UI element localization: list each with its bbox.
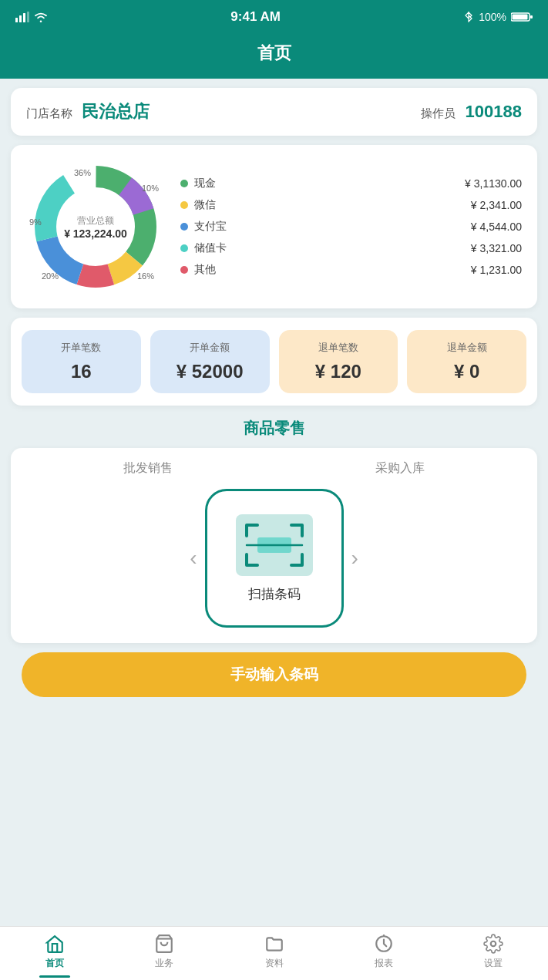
stat-refund-amount-label: 退单金额 [415,341,519,355]
tab-data-label: 资料 [265,957,284,970]
tab-bar: 首页 业务 资料 报表 设置 [0,926,548,980]
legend-item-cash: 现金 ¥ 3,1130.00 [180,177,522,190]
stat-refund-count-value: ¥ 120 [287,361,391,382]
stat-order-amount-value: ¥ 52000 [158,361,262,382]
home-icon [45,934,65,954]
settings-icon [483,934,503,954]
tab-settings-label: 设置 [484,957,503,970]
tab-report[interactable]: 报表 [329,934,439,970]
stat-order-count: 开单笔数 16 [22,330,141,393]
stat-order-amount-label: 开单金额 [158,341,262,355]
stat-refund-amount-value: ¥ 0 [415,361,519,382]
revenue-card: 36% 10% 9% 20% 16% 营业总额 ¥ 123,224.00 现金 … [11,145,537,308]
svg-rect-1 [19,15,22,22]
svg-point-20 [491,941,496,947]
legend-value-other: ¥ 1,231.00 [471,264,522,276]
scan-barcode-button[interactable]: 扫描条码 [205,489,344,628]
legend-dot-cash [180,180,188,187]
legend-dot-other [180,266,188,274]
function-tabs: 批发销售 采购入库 [22,460,526,477]
stats-card: 开单笔数 16 开单金额 ¥ 52000 退单笔数 ¥ 120 退单金额 ¥ 0 [11,318,537,406]
legend-dot-alipay [180,223,188,231]
tab-business-label: 业务 [155,957,173,970]
svg-rect-3 [27,12,29,22]
status-time: 9:41 AM [230,9,281,25]
function-section: 批发销售 采购入库 ‹ [11,448,537,643]
status-signals [15,12,48,22]
stat-refund-amount: 退单金额 ¥ 0 [407,330,526,393]
pct-20: 20% [42,271,59,281]
tab-settings[interactable]: 设置 [439,934,548,970]
legend-value-cash: ¥ 3,1130.00 [465,177,522,190]
revenue-legend: 现金 ¥ 3,1130.00 微信 ¥ 2,341.00 支付宝 ¥ 4,544… [180,177,522,277]
donut-chart: 36% 10% 9% 20% 16% 营业总额 ¥ 123,224.00 [26,157,165,296]
legend-name-other: 其他 [194,263,230,277]
pct-36: 36% [74,168,91,177]
function-carousel: ‹ 扫描 [22,489,526,628]
pct-10: 10% [142,184,159,193]
report-icon [374,934,394,954]
battery-percent: 100% [479,11,506,23]
legend-item-wechat: 微信 ¥ 2,341.00 [180,198,522,212]
pct-9: 9% [29,217,42,227]
svg-rect-0 [15,18,18,22]
legend-dot-card [180,244,188,252]
status-bar: 9:41 AM 100% [0,0,548,34]
legend-name-cash: 现金 [194,177,230,190]
tab-data[interactable]: 资料 [219,934,328,970]
legend-name-card: 储值卡 [194,241,230,255]
tab-home-label: 首页 [45,957,64,970]
legend-dot-wechat [180,201,188,209]
battery-icon [511,12,533,22]
svg-rect-6 [513,15,528,20]
legend-value-card: ¥ 3,321.00 [471,242,522,254]
bluetooth-icon [463,12,474,22]
scan-label: 扫描条码 [248,585,301,603]
page-title: 首页 [0,42,548,65]
donut-center-label: 营业总额 [64,214,127,227]
svg-rect-2 [23,13,25,22]
carousel-prev-arrow[interactable]: ‹ [182,546,204,571]
operator-id: 100188 [466,102,522,121]
cart-icon [154,934,174,954]
legend-item-alipay: 支付宝 ¥ 4,544.00 [180,220,522,234]
tab-wholesale[interactable]: 批发销售 [123,460,173,477]
scan-icon [236,514,313,576]
store-name: 民治总店 [82,102,150,121]
legend-item-other: 其他 ¥ 1,231.00 [180,263,522,277]
signal-icon [15,12,29,22]
svg-rect-5 [530,15,533,19]
folder-icon [264,934,284,954]
tab-home[interactable]: 首页 [0,934,109,970]
store-info-card: 门店名称 民治总店 操作员 100188 [11,88,537,136]
stat-order-count-label: 开单笔数 [29,341,133,355]
tab-business[interactable]: 业务 [109,934,219,970]
tab-report-label: 报表 [375,957,393,970]
legend-value-wechat: ¥ 2,341.00 [471,199,522,211]
status-battery-area: 100% [463,11,533,23]
carousel-next-arrow[interactable]: › [344,546,366,571]
store-label: 门店名称 [26,106,72,120]
wifi-icon [34,12,48,22]
donut-center-value: ¥ 123,224.00 [64,227,127,240]
manual-input-button[interactable]: 手动输入条码 [22,652,526,697]
function-section-title: 商品零售 [11,418,537,439]
stat-order-amount: 开单金额 ¥ 52000 [150,330,270,393]
stat-refund-count: 退单笔数 ¥ 120 [279,330,398,393]
main-content: 门店名称 民治总店 操作员 100188 [0,79,548,926]
stat-refund-count-label: 退单笔数 [287,341,391,355]
store-info-left: 门店名称 民治总店 [26,100,150,123]
store-info-right: 操作员 100188 [421,102,522,122]
legend-value-alipay: ¥ 4,544.00 [471,221,522,233]
legend-name-alipay: 支付宝 [194,220,230,234]
pct-16: 16% [137,271,154,281]
operator-label: 操作员 [421,106,456,120]
donut-center: 营业总额 ¥ 123,224.00 [64,214,127,240]
tab-purchase[interactable]: 采购入库 [375,460,425,477]
page-header: 首页 [0,34,548,79]
stat-order-count-value: 16 [29,361,133,382]
legend-name-wechat: 微信 [194,198,230,212]
legend-item-card: 储值卡 ¥ 3,321.00 [180,241,522,255]
